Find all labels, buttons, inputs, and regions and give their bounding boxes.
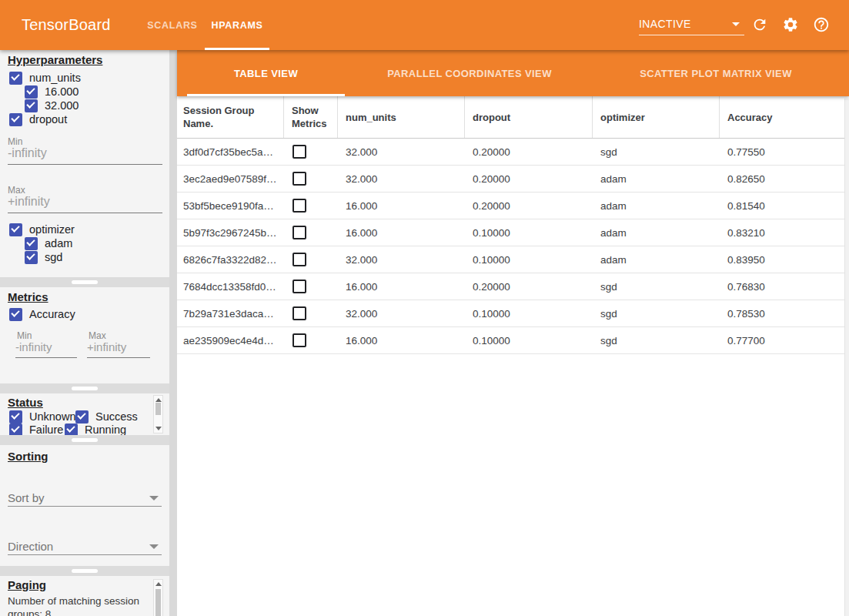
resize-handle[interactable] bbox=[72, 438, 98, 442]
dropout-value: 0.20000 bbox=[465, 173, 593, 185]
num-units-value-32: 32.000 bbox=[25, 99, 79, 112]
num-units-value: 32.000 bbox=[338, 254, 465, 266]
show-metrics-checkbox[interactable] bbox=[292, 253, 306, 266]
optimizer-value: sgd bbox=[593, 308, 720, 320]
accuracy-max-input[interactable] bbox=[87, 340, 150, 358]
accuracy-value: 0.83210 bbox=[720, 227, 849, 239]
help-icon[interactable] bbox=[813, 16, 830, 33]
num-units-value: 16.000 bbox=[338, 227, 465, 239]
status-heading: Status bbox=[8, 396, 43, 409]
dropout-max-input[interactable] bbox=[8, 195, 162, 213]
optimizer-value: adam bbox=[593, 200, 720, 212]
run-status-value: INACTIVE bbox=[639, 18, 691, 30]
table-row: 7684dcc13358fd0… 16.000 0.20000 sgd 0.76… bbox=[177, 273, 849, 300]
accuracy-max-label: Max bbox=[89, 330, 106, 341]
sort-by-dropdown[interactable]: Sort by bbox=[8, 490, 162, 507]
table-row: 3df0d7cf35bec5a… 32.000 0.20000 sgd 0.77… bbox=[177, 139, 849, 166]
show-metrics-cell bbox=[284, 226, 338, 239]
optimizer-checkbox[interactable] bbox=[9, 223, 22, 236]
accuracy-min-input[interactable] bbox=[15, 340, 77, 358]
settings-gear-icon[interactable] bbox=[782, 16, 799, 33]
accuracy-value: 0.82650 bbox=[720, 173, 849, 185]
optimizer-value: adam bbox=[593, 254, 720, 266]
adam-label: adam bbox=[45, 237, 72, 249]
resize-handle[interactable] bbox=[72, 280, 98, 284]
refresh-icon[interactable] bbox=[751, 16, 768, 33]
table-row: 6826c7fa3322d82… 32.000 0.10000 adam 0.8… bbox=[177, 246, 849, 273]
show-metrics-checkbox[interactable] bbox=[292, 306, 306, 320]
tab-parallel-coordinates-view[interactable]: PARALLEL COORDINATES VIEW bbox=[366, 50, 573, 96]
accuracy-min-label: Min bbox=[17, 330, 32, 341]
value-16-checkbox[interactable] bbox=[25, 85, 38, 99]
show-metrics-checkbox[interactable] bbox=[292, 145, 306, 159]
scroll-up-icon[interactable] bbox=[155, 398, 162, 402]
dropout-max-label: Max bbox=[8, 185, 25, 196]
num-units-checkbox[interactable] bbox=[9, 72, 22, 85]
show-metrics-checkbox[interactable] bbox=[292, 199, 306, 213]
num-units-value: 16.000 bbox=[338, 281, 465, 293]
run-status-dropdown[interactable]: INACTIVE bbox=[639, 13, 744, 35]
scrollbar-thumb[interactable] bbox=[155, 589, 161, 616]
tab-scalars[interactable]: SCALARS bbox=[140, 0, 205, 50]
col-optimizer[interactable]: optimizer bbox=[593, 96, 720, 138]
unknown-checkbox[interactable] bbox=[9, 410, 22, 424]
dropout-value: 0.10000 bbox=[465, 335, 593, 346]
col-show-metrics[interactable]: Show Metrics bbox=[284, 96, 338, 138]
dropout-min-label: Min bbox=[8, 136, 22, 147]
tab-scatter-plot-matrix-view[interactable]: SCATTER PLOT MATRIX VIEW bbox=[612, 50, 820, 96]
session-group-name: 7b29a731e3daca… bbox=[177, 308, 284, 320]
value-32-checkbox[interactable] bbox=[25, 99, 38, 112]
dropout-checkbox[interactable] bbox=[9, 113, 22, 126]
show-metrics-cell bbox=[284, 199, 338, 213]
running-label: Running bbox=[85, 424, 126, 435]
num-units-value: 16.000 bbox=[338, 335, 465, 346]
scroll-down-icon[interactable] bbox=[155, 427, 162, 430]
num-units-label: num_units bbox=[29, 72, 81, 84]
num-units-value-16: 16.000 bbox=[25, 85, 79, 99]
tab-table-view[interactable]: TABLE VIEW bbox=[187, 50, 345, 96]
accuracy-checkbox[interactable] bbox=[9, 308, 22, 321]
accuracy-value: 0.77700 bbox=[720, 335, 849, 346]
show-metrics-checkbox[interactable] bbox=[292, 280, 306, 293]
hparam-optimizer: optimizer bbox=[9, 223, 75, 236]
show-metrics-checkbox[interactable] bbox=[292, 172, 306, 186]
scrollbar-thumb[interactable] bbox=[155, 403, 161, 415]
direction-value: Direction bbox=[8, 540, 53, 553]
sgd-checkbox[interactable] bbox=[25, 251, 38, 264]
optimizer-value-sgd: sgd bbox=[25, 250, 62, 264]
dropout-min-input[interactable] bbox=[8, 146, 162, 165]
adam-checkbox[interactable] bbox=[25, 237, 38, 250]
section-divider bbox=[0, 383, 169, 393]
resize-handle[interactable] bbox=[72, 387, 98, 390]
col-dropout[interactable]: dropout bbox=[465, 96, 593, 138]
tab-hparams[interactable]: HPARAMS bbox=[205, 0, 269, 50]
scroll-up-icon[interactable] bbox=[155, 582, 162, 586]
dropout-label: dropout bbox=[29, 113, 67, 126]
col-num-units[interactable]: num_units bbox=[338, 96, 465, 138]
sort-by-value: Sort by bbox=[8, 491, 45, 504]
chevron-down-icon bbox=[732, 22, 740, 26]
show-metrics-checkbox[interactable] bbox=[292, 226, 306, 239]
main-scrollbar-track[interactable] bbox=[844, 99, 849, 616]
resize-handle[interactable] bbox=[72, 569, 98, 573]
col-accuracy[interactable]: Accuracy bbox=[720, 96, 849, 138]
table-body: 3df0d7cf35bec5a… 32.000 0.20000 sgd 0.77… bbox=[177, 139, 849, 354]
status-scrollbar[interactable] bbox=[153, 395, 163, 434]
optimizer-value: adam bbox=[593, 173, 720, 185]
running-checkbox[interactable] bbox=[65, 424, 78, 436]
sidebar-gutter bbox=[169, 50, 177, 616]
failure-checkbox[interactable] bbox=[9, 424, 22, 436]
show-metrics-cell bbox=[284, 280, 338, 293]
table-row: 5b97f3c2967245b… 16.000 0.10000 adam 0.8… bbox=[177, 219, 849, 246]
dropout-value: 0.10000 bbox=[465, 308, 593, 320]
status-running: Running bbox=[65, 423, 126, 435]
show-metrics-checkbox[interactable] bbox=[292, 333, 306, 347]
paging-scrollbar[interactable] bbox=[153, 579, 163, 616]
direction-dropdown[interactable]: Direction bbox=[8, 538, 162, 555]
num-units-value: 32.000 bbox=[338, 173, 465, 185]
section-metrics: Metrics Accuracy Min Max bbox=[0, 287, 169, 383]
accuracy-value: 0.76830 bbox=[720, 281, 849, 293]
table-row: 53bf5bece9190fa… 16.000 0.20000 adam 0.8… bbox=[177, 192, 849, 219]
success-checkbox[interactable] bbox=[75, 410, 89, 424]
col-session-group-name[interactable]: Session Group Name. bbox=[177, 96, 284, 138]
